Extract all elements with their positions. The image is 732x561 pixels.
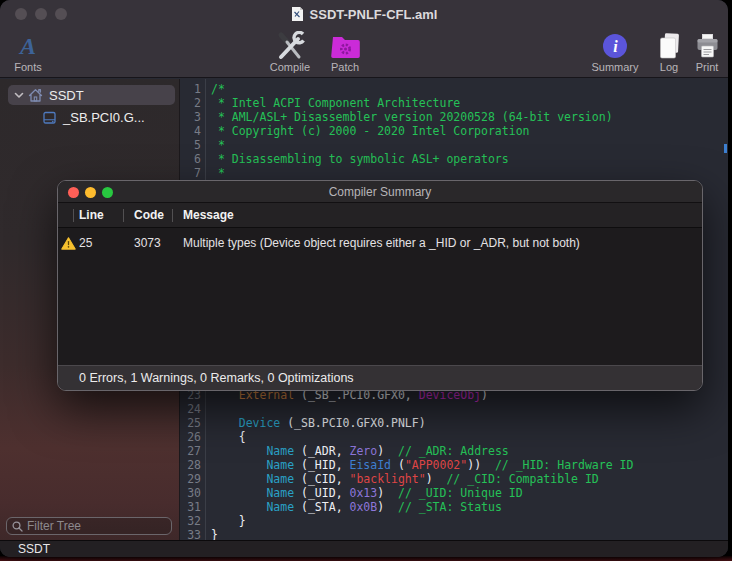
code-text: * Copyright (c) 2000 - 2020 Intel Corpor… xyxy=(201,124,530,138)
sidebar-child-label: _SB.PCI0.G... xyxy=(63,110,145,125)
home-icon xyxy=(28,88,43,103)
summary-status-text: 0 Errors, 1 Warnings, 0 Remarks, 0 Optim… xyxy=(79,371,354,385)
titlebar[interactable]: SSDT-PNLF-CFL.aml xyxy=(0,0,728,28)
window-title: SSDT-PNLF-CFL.aml xyxy=(310,7,438,22)
summary-table-row[interactable]: 253073Multiple types (Device object requ… xyxy=(58,232,702,254)
summary-status-bar: 0 Errors, 1 Warnings, 0 Remarks, 0 Optim… xyxy=(58,365,702,390)
column-header-line[interactable]: Line xyxy=(78,208,128,222)
log-label: Log xyxy=(660,62,678,73)
code-line[interactable]: 6 * Disassembling to symbolic ASL+ opera… xyxy=(180,152,728,166)
code-text xyxy=(201,402,211,416)
cell-line: 25 xyxy=(78,236,128,250)
summary-zoom-button[interactable] xyxy=(102,187,113,198)
line-number: 27 xyxy=(180,444,201,458)
compile-button[interactable]: Compile xyxy=(266,31,314,73)
path-item-ssdt[interactable]: SSDT xyxy=(18,542,50,556)
traffic-lights xyxy=(15,8,67,20)
code-line[interactable]: 25 Device (_SB.PCI0.GFX0.PNLF) xyxy=(180,416,728,430)
line-number: 4 xyxy=(180,124,201,138)
close-button[interactable] xyxy=(15,8,27,20)
column-header-code[interactable]: Code xyxy=(128,208,177,222)
code-text: Name (_ADR, Zero) // _ADR: Address xyxy=(201,444,509,458)
summary-info-icon: i xyxy=(602,31,628,61)
patch-icon xyxy=(331,31,360,61)
line-number: 2 xyxy=(180,96,201,110)
summary-minimize-button[interactable] xyxy=(85,187,96,198)
code-text: * Disassembling to symbolic ASL+ operato… xyxy=(201,152,509,166)
minimize-button[interactable] xyxy=(35,8,47,20)
chevron-down-icon[interactable] xyxy=(14,92,24,99)
code-line[interactable]: 24 xyxy=(180,402,728,416)
code-text: { xyxy=(201,430,246,444)
code-line[interactable]: 31 Name (_STA, 0x0B) // _STA: Status xyxy=(180,500,728,514)
compiler-summary-window: Compiler Summary Line Code Message 25307… xyxy=(57,180,703,391)
code-line[interactable]: 29 Name (_CID, "backlight") // _CID: Com… xyxy=(180,472,728,486)
desktop: SSDT-PNLF-CFL.aml A Fonts Compile xyxy=(0,0,732,561)
code-text: * AML/ASL+ Disassembler version 20200528… xyxy=(201,110,613,124)
sidebar-item-device-scope[interactable]: _SB.PCI0.G... xyxy=(8,107,175,127)
filter-tree-field[interactable] xyxy=(6,517,172,535)
search-icon xyxy=(12,521,23,532)
compile-label: Compile xyxy=(270,62,310,73)
code-line[interactable]: 2 * Intel ACPI Component Architecture xyxy=(180,96,728,110)
print-label: Print xyxy=(696,62,719,73)
print-button[interactable]: Print xyxy=(690,31,724,73)
code-line[interactable]: 30 Name (_UID, 0x13) // _UID: Unique ID xyxy=(180,486,728,500)
summary-table-body: 253073Multiple types (Device object requ… xyxy=(58,228,702,365)
code-text: * xyxy=(201,138,225,152)
line-number: 5 xyxy=(180,138,201,152)
code-line[interactable]: 27 Name (_ADR, Zero) // _ADR: Address xyxy=(180,444,728,458)
code-line[interactable]: 28 Name (_HID, EisaId ("APP0002")) // _H… xyxy=(180,458,728,472)
filter-tree-input[interactable] xyxy=(27,519,182,533)
line-number: 7 xyxy=(180,166,201,180)
code-text: Name (_HID, EisaId ("APP0002")) // _HID:… xyxy=(201,458,633,472)
column-header-message[interactable]: Message xyxy=(177,208,702,222)
line-number: 25 xyxy=(180,416,201,430)
document-icon[interactable] xyxy=(291,6,304,22)
cell-code: 3073 xyxy=(128,236,177,250)
code-line[interactable]: 1/* xyxy=(180,82,728,96)
code-line[interactable]: 7 * xyxy=(180,166,728,180)
fonts-icon: A xyxy=(20,33,36,59)
line-number: 30 xyxy=(180,486,201,500)
sidebar-item-ssdt-root[interactable]: SSDT xyxy=(8,85,175,105)
summary-close-button[interactable] xyxy=(68,187,79,198)
device-drive-icon xyxy=(42,110,57,125)
line-number: 1 xyxy=(180,82,201,96)
svg-text:i: i xyxy=(613,38,618,55)
line-number: 32 xyxy=(180,514,201,528)
compile-icon xyxy=(275,31,305,61)
code-line[interactable]: 26 { xyxy=(180,430,728,444)
code-line[interactable]: 3 * AML/ASL+ Disassembler version 202005… xyxy=(180,110,728,124)
line-number: 33 xyxy=(180,528,201,540)
code-text: * Intel ACPI Component Architecture xyxy=(201,96,460,110)
summary-button[interactable]: i Summary xyxy=(588,31,642,73)
log-icon xyxy=(658,31,681,61)
code-line[interactable]: 33} xyxy=(180,528,728,540)
code-text: * xyxy=(201,166,225,180)
sidebar-root-label: SSDT xyxy=(49,88,84,103)
code-line[interactable]: 5 * xyxy=(180,138,728,152)
code-block-top: 1/*2 * Intel ACPI Component Architecture… xyxy=(180,82,728,180)
log-button[interactable]: Log xyxy=(653,31,685,73)
code-text: } xyxy=(201,528,218,540)
line-number: 28 xyxy=(180,458,201,472)
code-block-bottom: 23 External (_SB_.PCI0.GFX0, DeviceObj)2… xyxy=(180,388,728,540)
fonts-label: Fonts xyxy=(14,62,42,73)
summary-titlebar[interactable]: Compiler Summary xyxy=(58,181,702,203)
zoom-button[interactable] xyxy=(55,8,67,20)
fonts-button[interactable]: A Fonts xyxy=(8,31,48,73)
code-text: } xyxy=(201,514,246,528)
summary-label: Summary xyxy=(591,62,638,73)
code-line[interactable]: 32 } xyxy=(180,514,728,528)
summary-table-header: Line Code Message xyxy=(58,203,702,228)
line-number: 24 xyxy=(180,402,201,416)
scrollbar-indicator[interactable] xyxy=(724,144,727,153)
summary-window-title: Compiler Summary xyxy=(329,185,432,199)
patch-button[interactable]: Patch xyxy=(324,31,366,73)
code-text: /* xyxy=(201,82,225,96)
code-line[interactable]: 4 * Copyright (c) 2000 - 2020 Intel Corp… xyxy=(180,124,728,138)
code-text: Device (_SB.PCI0.GFX0.PNLF) xyxy=(201,416,426,430)
code-text: Name (_STA, 0x0B) // _STA: Status xyxy=(201,500,502,514)
warning-icon xyxy=(58,237,78,250)
